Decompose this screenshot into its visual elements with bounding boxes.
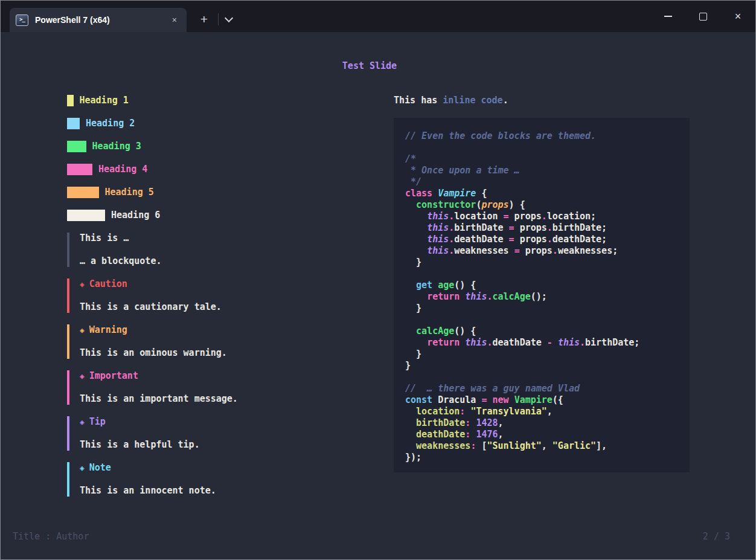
code-token-plain: () { — [454, 280, 476, 291]
code-token-plain: props — [509, 211, 542, 222]
code-token-plain: props — [520, 245, 553, 256]
admonition-caution: ◈ CautionThis is a cautionary tale. — [67, 278, 238, 313]
tab-dropdown-button[interactable] — [222, 13, 236, 26]
code-token-operator: . — [553, 245, 558, 256]
code-token-plain: () { — [454, 326, 476, 336]
code-token-operator: . — [487, 291, 492, 302]
code-line: location: "Transylvania", — [405, 406, 678, 417]
code-token-operator: . — [547, 234, 553, 245]
tab-powershell[interactable]: >_ PowerShell 7 (x64) × — [10, 8, 187, 32]
code-token-operator: . — [580, 337, 585, 348]
code-token-comment: // … there was a guy named Vlad — [405, 383, 580, 394]
code-token-operator: - — [547, 337, 553, 348]
code-token-plain: deathDate — [493, 337, 547, 348]
code-token-plain: , — [498, 429, 504, 440]
tab-close-icon[interactable]: × — [168, 16, 181, 24]
right-column: This has inline code. // Even the code b… — [394, 95, 690, 472]
code-token-operator: = — [504, 211, 509, 222]
code-line: get age() { — [405, 280, 678, 291]
maximize-icon — [699, 13, 707, 21]
heading-color-block — [67, 187, 99, 198]
blockquote: This is …… a blockquote. — [67, 233, 238, 267]
admonition-body: This is an important message. — [80, 393, 238, 405]
close-icon: × — [735, 11, 742, 22]
code-token-plain: location; — [547, 211, 596, 222]
code-token-keyword2: const — [405, 394, 438, 405]
code-token-operator: = — [514, 245, 520, 256]
code-token-operator: = — [509, 234, 514, 245]
code-token-plain: birthDate; — [553, 222, 607, 233]
window-controls: × — [650, 1, 755, 32]
code-token-plain: ], — [596, 440, 607, 451]
code-token-plain: , — [498, 417, 504, 428]
code-token-this: this — [427, 211, 449, 222]
code-token-key: location — [416, 406, 460, 417]
code-token-plain — [405, 245, 427, 256]
code-token-plain: (); — [531, 291, 547, 302]
code-token-plain: deathDate; — [553, 234, 607, 245]
admonition-title: ◈ Caution — [80, 278, 238, 290]
code-token-plain: Dracula — [438, 394, 481, 405]
code-token-operator: . — [449, 211, 454, 222]
maximize-button[interactable] — [685, 1, 720, 32]
code-token-plain — [405, 291, 427, 302]
code-token-operator: = — [509, 222, 514, 233]
code-token-plain: ({ — [553, 394, 563, 405]
admonition-body: This is an ominous warning. — [80, 347, 238, 359]
code-token-plain: birthDate; — [585, 337, 639, 348]
code-block: // Even the code blocks are themed. /* *… — [394, 118, 690, 472]
headings-list: Heading 1Heading 2Heading 3Heading 4Head… — [67, 95, 238, 221]
code-token-plain: , — [542, 440, 553, 451]
admonition-title: ◈ Note — [80, 462, 238, 474]
code-token-plain — [405, 280, 416, 291]
code-token-operator: . — [449, 245, 454, 256]
code-token-operator: . — [449, 222, 454, 233]
code-token-operator: . — [542, 211, 547, 222]
title-bar[interactable]: >_ PowerShell 7 (x64) × + × — [1, 1, 755, 32]
new-tab-button[interactable]: + — [196, 11, 212, 27]
diamond-icon: ◈ — [80, 326, 89, 335]
code-token-plain: props — [514, 222, 547, 233]
code-token-plain: [ — [476, 440, 487, 451]
heading-3: Heading 3 — [67, 141, 238, 152]
admonition-title: ◈ Warning — [80, 324, 238, 336]
code-line: constructor(props) { — [405, 199, 678, 211]
code-line: deathDate: 1476, — [405, 429, 678, 440]
code-token-plain — [405, 234, 427, 245]
code-line — [405, 268, 678, 280]
admonition-label: Warning — [89, 324, 127, 335]
heading-label: Heading 6 — [111, 210, 160, 221]
code-token-plain — [405, 326, 416, 336]
diamond-icon: ◈ — [80, 372, 89, 381]
heading-color-block — [67, 118, 80, 129]
admonition-important: ◈ ImportantThis is an important message. — [67, 370, 238, 405]
code-token-number: 1428 — [476, 417, 498, 428]
code-token-comment: // Even the code blocks are themed. — [405, 130, 596, 141]
slide-content: Test Slide Heading 1Heading 2Heading 3He… — [1, 32, 755, 559]
code-token-operator: . — [547, 222, 553, 233]
admonition-body: This is a helpful tip. — [80, 439, 238, 451]
minimize-button[interactable] — [650, 1, 685, 32]
admonition-tip: ◈ TipThis is a helpful tip. — [67, 416, 238, 451]
footer-page-indicator: 2 / 3 — [703, 531, 730, 542]
code-token-keyword: return — [427, 291, 465, 302]
code-token-key: weaknesses — [416, 440, 470, 451]
code-token-plain: }); — [405, 452, 421, 463]
code-line: return this.deathDate - this.birthDate; — [405, 337, 678, 349]
code-token-plain: } — [405, 257, 421, 268]
heading-6: Heading 6 — [67, 210, 238, 221]
code-token-this: this — [427, 222, 449, 233]
code-token-keyword: return — [427, 337, 465, 348]
code-token-operator: . — [487, 337, 492, 348]
code-token-plain — [405, 199, 416, 210]
code-line: this.deathDate = props.deathDate; — [405, 234, 678, 245]
code-line: this.birthDate = props.birthDate; — [405, 222, 678, 234]
heading-label: Heading 1 — [80, 95, 129, 106]
close-button[interactable]: × — [720, 1, 755, 32]
heading-color-block — [67, 141, 86, 152]
admonition-title: ◈ Tip — [80, 416, 238, 428]
code-token-plain: birthDate — [454, 222, 508, 233]
admonitions-list: ◈ CautionThis is a cautionary tale.◈ War… — [67, 278, 238, 497]
code-token-this: this — [427, 245, 449, 256]
code-token-operator: . — [449, 234, 454, 245]
